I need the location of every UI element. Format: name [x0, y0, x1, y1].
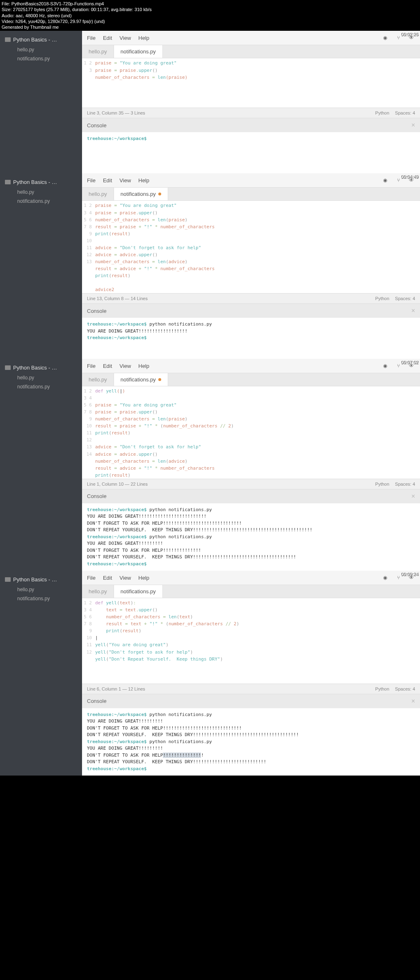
menu-file[interactable]: File — [87, 363, 96, 369]
tab-label: hello.py — [89, 376, 107, 383]
menu-help[interactable]: Help — [138, 177, 149, 184]
spaces-indicator[interactable]: Spaces: 4 — [395, 110, 415, 115]
spaces-indicator[interactable]: Spaces: 4 — [395, 482, 415, 487]
status-bar: Line 3, Column 35 — 3 Lines PythonSpaces… — [82, 108, 420, 118]
folder-label: Python Basics - … — [13, 179, 57, 185]
folder[interactable]: Python Basics - … — [0, 574, 82, 585]
folder-icon — [5, 37, 11, 42]
timestamp: 00:02:26 — [401, 32, 418, 37]
sidebar: Python Basics - … hello.py notifications… — [0, 31, 82, 173]
cursor-position: Line 1, Column 10 — 22 Lines — [87, 482, 148, 487]
folder[interactable]: Python Basics - … — [0, 177, 82, 188]
camera-icon[interactable]: ◉ — [381, 574, 389, 581]
menu-help[interactable]: Help — [138, 575, 149, 581]
camera-icon[interactable]: ◉ — [381, 34, 389, 41]
tab-label: notifications.py — [121, 191, 156, 197]
screenshot-1: Python Basics - … hello.py notifications… — [0, 31, 420, 173]
console-close[interactable]: × — [411, 493, 415, 500]
folder[interactable]: Python Basics - … — [0, 362, 82, 373]
menu-file[interactable]: File — [87, 35, 96, 41]
unsaved-dot-icon — [158, 193, 161, 195]
console-body[interactable]: treehouse:~/workspace$ — [82, 132, 420, 173]
spaces-indicator[interactable]: Spaces: 4 — [395, 296, 415, 301]
tab-notifications[interactable]: notifications.py — [114, 373, 168, 386]
camera-icon[interactable]: ◉ — [381, 177, 389, 184]
output-line: DON'T REPEAT YOURSELF. KEEP THINGS DRY!!… — [87, 732, 299, 737]
file-hello[interactable]: hello.py — [0, 585, 82, 594]
menu-edit[interactable]: Edit — [103, 363, 112, 369]
output-line: YOU ARE DOING GREAT!!!!!!!!! — [87, 541, 163, 546]
tab-hello[interactable]: hello.py — [82, 373, 114, 386]
code-body: def yell(text): text = text.upper() numb… — [95, 598, 420, 684]
menu-edit[interactable]: Edit — [103, 35, 112, 41]
menu-view[interactable]: View — [119, 575, 131, 581]
file-notifications[interactable]: notifications.py — [0, 54, 82, 63]
lang-indicator[interactable]: Python — [375, 110, 389, 115]
code-editor[interactable]: 1 2 3 praise = "You are doing great" pra… — [82, 58, 420, 108]
menu-view[interactable]: View — [119, 363, 131, 369]
screenshot-4: Python Basics - … hello.py notifications… — [0, 571, 420, 776]
prompt: treehouse:~/workspace$ — [87, 766, 147, 771]
tab-label: hello.py — [89, 588, 107, 594]
meta-video: Video: h264, yuv420p, 1280x720, 29.97 fp… — [2, 18, 418, 24]
tab-notifications[interactable]: notifications.py — [114, 585, 163, 598]
meta-audio: Audio: aac, 48000 Hz, stereo (und) — [2, 13, 418, 18]
code-editor[interactable]: 1 2 3 4 5 6 7 8 9 10 11 12 13 14 def yel… — [82, 386, 420, 479]
menu-view[interactable]: View — [119, 177, 131, 184]
spaces-indicator[interactable]: Spaces: 4 — [395, 686, 415, 691]
video-metadata: File: PythonBasics2018-S3V1-720p-Functio… — [0, 0, 420, 31]
menubar: File Edit View Help ◉ ⑂ 👁 — [82, 359, 420, 373]
lang-indicator[interactable]: Python — [375, 686, 389, 691]
menu-edit[interactable]: Edit — [103, 177, 112, 184]
prompt: treehouse:~/workspace$ — [87, 534, 147, 539]
file-notifications[interactable]: notifications.py — [0, 197, 82, 206]
console-body[interactable]: treehouse:~/workspace$ python notificati… — [82, 503, 420, 571]
output-line: DON'T FORGET TO ASK FOR HELP!!!!!!!!!!!!… — [87, 521, 242, 526]
tab-notifications[interactable]: notifications.py — [114, 188, 168, 200]
tab-hello[interactable]: hello.py — [82, 585, 114, 598]
tab-hello[interactable]: hello.py — [82, 188, 114, 200]
lang-indicator[interactable]: Python — [375, 296, 389, 301]
command: python notifications.py — [147, 712, 212, 717]
folder[interactable]: Python Basics - … — [0, 34, 82, 45]
file-notifications[interactable]: notifications.py — [0, 594, 82, 603]
menu-help[interactable]: Help — [138, 35, 149, 41]
tabs: hello.py notifications.py — [82, 188, 420, 201]
lang-indicator[interactable]: Python — [375, 482, 389, 487]
editor-main: File Edit View Help ◉ ⑂ 👁 hello.py notif… — [82, 571, 420, 776]
console-close[interactable]: × — [411, 307, 415, 314]
output-line: DON'T FORGET TO ASK FOR HELP!!!!!!!!!!!!… — [87, 725, 242, 731]
unsaved-dot-icon — [158, 378, 161, 381]
meta-generated: Generated by Thumbnail me — [2, 24, 418, 30]
gutter: 1 2 3 4 5 6 7 8 9 10 11 12 13 — [82, 201, 95, 293]
console-close[interactable]: × — [411, 698, 415, 705]
tab-hello[interactable]: hello.py — [82, 45, 114, 58]
file-hello[interactable]: hello.py — [0, 373, 82, 382]
camera-icon[interactable]: ◉ — [381, 362, 389, 370]
file-notifications[interactable]: notifications.py — [0, 382, 82, 391]
menu-view[interactable]: View — [119, 35, 131, 41]
menu-file[interactable]: File — [87, 177, 96, 184]
menu-file[interactable]: File — [87, 575, 96, 581]
console-body[interactable]: treehouse:~/workspace$ python notificati… — [82, 318, 420, 359]
tab-label: notifications.py — [121, 376, 156, 383]
tabs: hello.py notifications.py — [82, 373, 420, 386]
tab-label: notifications.py — [121, 588, 156, 594]
sidebar: Python Basics - … hello.py notifications… — [0, 359, 82, 571]
code-editor[interactable]: 1 2 3 4 5 6 7 8 9 10 11 12 def yell(text… — [82, 598, 420, 684]
file-hello[interactable]: hello.py — [0, 188, 82, 197]
menu-help[interactable]: Help — [138, 363, 149, 369]
tabs: hello.py notifications.py — [82, 585, 420, 598]
menu-edit[interactable]: Edit — [103, 575, 112, 581]
code-editor[interactable]: 1 2 3 4 5 6 7 8 9 10 11 12 13 praise = "… — [82, 201, 420, 293]
cursor-position: Line 3, Column 35 — 3 Lines — [87, 110, 145, 115]
output-line: ! — [201, 753, 204, 758]
menubar: File Edit View Help ◉ ⑂ 👁 — [82, 173, 420, 188]
file-hello[interactable]: hello.py — [0, 45, 82, 54]
output-line: DON'T REPEAT YOURSELF. KEEP THINGS DRY!!… — [87, 759, 266, 764]
tab-notifications[interactable]: notifications.py — [114, 45, 163, 58]
sidebar: Python Basics - … hello.py notifications… — [0, 571, 82, 776]
console-body[interactable]: treehouse:~/workspace$ python notificati… — [82, 708, 420, 776]
console-close[interactable]: × — [411, 122, 415, 129]
folder-icon — [5, 365, 11, 370]
